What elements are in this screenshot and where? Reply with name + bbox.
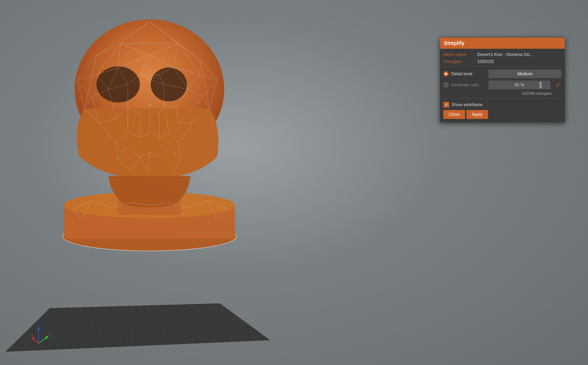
wireframe-label: Show wireframe <box>451 102 483 107</box>
panel-title: Simplify <box>444 40 465 46</box>
svg-line-151 <box>559 84 559 84</box>
close-button[interactable]: Close <box>443 110 465 119</box>
detail-level-row[interactable]: Detail level Medium <box>443 68 561 79</box>
wireframe-checkbox[interactable]: ✓ <box>443 102 449 108</box>
panel-body: Mesh name: Desert's Kiss - Diorama Dic..… <box>440 49 565 122</box>
svg-marker-145 <box>45 336 49 339</box>
detail-level-radio[interactable] <box>443 71 449 77</box>
svg-point-40 <box>151 68 187 101</box>
mesh-name-value: Desert's Kiss - Diorama Dic... <box>477 52 533 57</box>
detail-level-dropdown[interactable]: Medium <box>488 70 561 78</box>
triangles-label: Triangles: <box>443 59 477 64</box>
triangle-count: 102596 triangles <box>443 91 561 97</box>
checkmark-icon: ✓ <box>445 103 448 107</box>
svg-marker-147 <box>31 337 34 340</box>
simplify-panel: Simplify Mesh name: Desert's Kiss - Dior… <box>440 37 565 123</box>
triangles-value: 1000102 <box>477 59 494 64</box>
svg-line-144 <box>39 337 47 343</box>
decimate-ratio-slider[interactable]: 90 % <box>488 81 550 89</box>
decimate-ratio-radio[interactable] <box>443 82 449 88</box>
detail-level-value: Medium <box>517 71 533 77</box>
apply-button[interactable]: Apply <box>466 110 488 119</box>
panel-title-bar: Simplify <box>440 38 565 49</box>
axis-indicator: Z Y X <box>31 324 51 346</box>
triangles-row: Triangles: 1000102 <box>443 58 561 65</box>
svg-point-39 <box>96 66 140 103</box>
decimate-ratio-row[interactable]: Decimate ratio 90 % <box>443 79 561 91</box>
divider-1 <box>443 67 561 67</box>
mesh-name-label: Mesh name: <box>443 52 477 57</box>
svg-marker-143 <box>37 326 40 330</box>
slider-handle[interactable] <box>539 82 542 88</box>
skull-mesh <box>24 7 277 260</box>
detail-level-label: Detail level <box>451 71 486 77</box>
button-row: Close Apply <box>443 109 561 119</box>
edit-icon[interactable] <box>554 81 561 89</box>
mesh-name-row: Mesh name: Desert's Kiss - Diorama Dic..… <box>443 51 561 58</box>
svg-text:X: X <box>31 334 33 337</box>
svg-text:Y: Y <box>49 333 51 336</box>
decimate-ratio-label: Decimate ratio <box>451 83 486 88</box>
show-wireframe-row[interactable]: ✓ Show wireframe <box>443 100 561 109</box>
svg-text:Z: Z <box>37 324 38 327</box>
divider-2 <box>443 98 561 98</box>
